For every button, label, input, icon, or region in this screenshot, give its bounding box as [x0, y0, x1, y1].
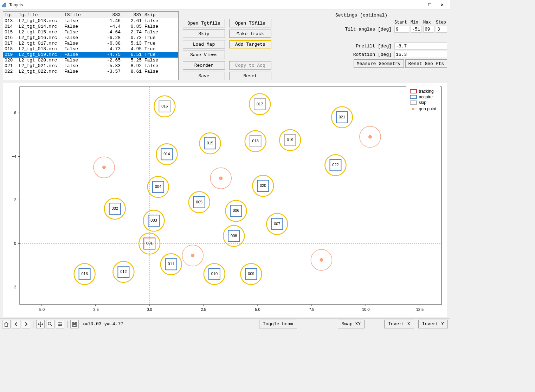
toggle-beam-button[interactable]: Toggle beam: [259, 320, 297, 328]
make-track-button[interactable]: Make Track: [229, 30, 271, 38]
app-icon: [1, 2, 7, 8]
svg-text:012: 012: [120, 269, 127, 274]
targets-table[interactable]: Tgt Tgtfile TSfile SSX SSY Skip 013L2_tg…: [3, 11, 179, 80]
table-row[interactable]: 017L2_tgt_017.mrcFalse-6.385.13True: [3, 41, 178, 46]
svg-point-108: [59, 325, 60, 326]
pretilt-label: Pretilt [deg]: [356, 44, 392, 49]
svg-text:5.0: 5.0: [255, 307, 260, 312]
window-title: Targets: [9, 2, 411, 7]
minimize-button[interactable]: ─: [411, 1, 423, 9]
svg-text:010: 010: [211, 272, 218, 276]
svg-text:005: 005: [196, 200, 202, 204]
svg-text:008: 008: [231, 234, 237, 238]
svg-text:004: 004: [155, 184, 161, 189]
zoom-icon[interactable]: [46, 320, 54, 328]
svg-text:7.5: 7.5: [309, 307, 314, 312]
svg-text:003: 003: [150, 218, 157, 222]
svg-text:019: 019: [287, 138, 293, 142]
plot-area[interactable]: -5.0-2.50.02.55.07.510.012.5−6−4−2020010…: [3, 83, 447, 317]
configure-icon[interactable]: [56, 320, 64, 328]
back-icon[interactable]: [12, 320, 20, 328]
svg-text:016: 016: [161, 104, 168, 108]
svg-point-36: [320, 258, 323, 262]
invert-x-button[interactable]: Invert X: [384, 320, 414, 328]
reset-button[interactable]: Reset: [229, 72, 271, 80]
open-tgtfile-button[interactable]: Open Tgtfile: [183, 19, 225, 27]
skip-button[interactable]: Skip: [183, 30, 225, 38]
svg-point-32: [219, 176, 223, 180]
tilt-min-input[interactable]: [411, 26, 422, 33]
svg-text:002: 002: [112, 206, 118, 210]
maximize-button[interactable]: ☐: [423, 1, 436, 9]
add-targets-button[interactable]: Add Targets: [229, 40, 271, 48]
cursor-coordinates: x=10.03 y=-4.77: [82, 321, 123, 327]
reorder-button[interactable]: Reorder: [183, 61, 225, 70]
svg-text:−6: −6: [12, 111, 16, 115]
svg-text:013: 013: [81, 272, 88, 276]
tilt-max-input[interactable]: [423, 26, 434, 33]
titlebar: Targets ─ ☐ ✕: [0, 0, 450, 10]
svg-text:014: 014: [163, 152, 170, 156]
svg-point-34: [191, 254, 194, 257]
svg-point-38: [368, 135, 372, 139]
home-icon[interactable]: [2, 320, 11, 328]
svg-text:015: 015: [207, 141, 213, 145]
settings-panel: Settings (optional) Start Min Max Step T…: [276, 11, 447, 80]
svg-text:-5.0: -5.0: [38, 307, 45, 312]
load-map-button[interactable]: Load Map: [183, 40, 225, 48]
svg-text:009: 009: [248, 272, 254, 276]
svg-text:10.0: 10.0: [362, 307, 369, 312]
svg-point-30: [102, 165, 106, 169]
svg-text:018: 018: [252, 139, 259, 143]
save-icon[interactable]: [70, 320, 79, 328]
table-header: Tgt Tgtfile TSfile SSX SSY Skip: [3, 12, 178, 18]
plot-legend: tracking acquire skip ●geo point: [406, 86, 440, 115]
svg-text:0.0: 0.0: [147, 307, 152, 312]
tilt-start-input[interactable]: [394, 26, 409, 33]
svg-text:007: 007: [274, 222, 280, 226]
close-button[interactable]: ✕: [436, 1, 449, 9]
reset-geo-pts-button[interactable]: Reset Geo Pts: [405, 59, 447, 68]
svg-text:017: 017: [257, 102, 263, 106]
table-row[interactable]: 013L2_tgt_013.mrcFalse1.46-2.61False: [3, 18, 178, 24]
svg-text:−2: −2: [12, 198, 16, 202]
table-row[interactable]: 020L2_tgt_020.mrcFalse-2.655.25False: [3, 58, 178, 63]
measure-geometry-button[interactable]: Measure Geometry: [354, 59, 404, 68]
forward-icon[interactable]: [22, 320, 30, 328]
svg-text:022: 022: [332, 163, 339, 167]
pan-icon[interactable]: [36, 320, 45, 328]
table-row[interactable]: 015L2_tgt_015.mrcFalse-4.642.74False: [3, 30, 178, 35]
rotation-input[interactable]: [394, 51, 447, 58]
table-row[interactable]: 014L2_tgt_014.mrcFalse-4.40.85False: [3, 24, 178, 30]
action-buttons: Open Tgtfile Open TSfile Skip Make Track…: [183, 11, 271, 80]
svg-text:2: 2: [14, 285, 16, 289]
open-tsfile-button[interactable]: Open TSfile: [229, 19, 271, 27]
pretilt-input[interactable]: [394, 43, 447, 50]
svg-text:12.5: 12.5: [416, 307, 424, 312]
tilt-angles-label: Tilt angles [deg]: [345, 27, 392, 32]
tilt-step-input[interactable]: [436, 26, 447, 33]
svg-text:2.5: 2.5: [201, 307, 206, 312]
table-row[interactable]: 022L2_tgt_022.mrcFalse-3.578.61False: [3, 69, 178, 74]
table-row[interactable]: 018L2_tgt_018.mrcFalse-4.734.95True: [3, 46, 178, 52]
svg-text:−4: −4: [12, 154, 16, 158]
svg-point-107: [61, 324, 62, 325]
svg-text:-2.5: -2.5: [92, 307, 99, 312]
swap-xy-button[interactable]: Swap XY: [338, 320, 365, 328]
copy-to-acq-button[interactable]: Copy to Acq: [229, 61, 271, 70]
svg-text:011: 011: [168, 262, 174, 266]
rotation-label: Rotation [deg]: [353, 52, 392, 57]
invert-y-button[interactable]: Invert Y: [418, 320, 448, 328]
bottom-toolbar: x=10.03 y=-4.77 Toggle beam Swap XY Inve…: [0, 318, 450, 329]
svg-text:006: 006: [233, 208, 239, 213]
table-row[interactable]: 019L2_tgt_019.mrcFalse-4.756.51True: [3, 52, 178, 58]
save-views-button[interactable]: Save Views: [183, 51, 225, 59]
svg-text:021: 021: [339, 115, 345, 119]
save-button[interactable]: Save: [183, 72, 225, 80]
svg-point-105: [48, 322, 51, 325]
settings-title: Settings (optional): [276, 13, 447, 18]
svg-text:0: 0: [14, 241, 16, 246]
svg-text:020: 020: [260, 183, 266, 188]
table-row[interactable]: 021L2_tgt_021.mrcFalse-5.838.92False: [3, 63, 178, 69]
table-row[interactable]: 016L2_tgt_016.mrcFalse-6.280.73True: [3, 35, 178, 41]
